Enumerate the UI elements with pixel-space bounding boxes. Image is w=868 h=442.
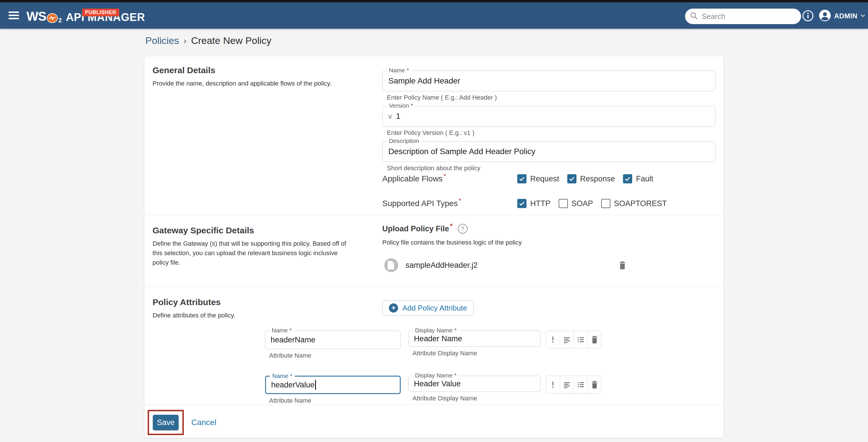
checkbox-response[interactable]: Response [567,174,615,183]
section-divider [145,405,723,405]
required-asterisk: * [443,172,446,180]
applicable-flows-row: Applicable Flows* Request Response Fault [382,172,715,185]
checkbox-soaptorest[interactable]: SOAPTOREST [601,199,667,208]
window-top-strip [0,0,868,2]
supported-api-types-label: Supported API Types* [382,199,461,208]
attribute-display-name-label: Display Name * [413,372,459,379]
logo-subscript: 2 [58,16,62,24]
wso2-pulse-icon [47,13,58,23]
checkbox-soap[interactable]: SOAP [559,199,593,208]
user-menu[interactable]: ADMIN [818,9,866,23]
attribute-name-field-focused[interactable]: Name * headerValue [265,376,401,394]
gateway-details-section-header: Gateway Specific Details Define the Gate… [153,226,348,267]
policy-name-field[interactable]: Name * Sample Add Header [382,71,715,91]
save-button[interactable]: Save [153,415,179,430]
policy-name-helper: Enter Policy Name ( E.g.: Add Header ) [387,94,715,101]
required-asterisk: * [450,223,453,230]
policy-version-helper: Enter Policy Version ( E.g.: v1 ) [387,129,715,137]
section-title-gateway: Gateway Specific Details [153,226,348,235]
uploaded-file-name: sampleAddHeader.j2 [406,261,478,270]
search-bar[interactable] [685,9,801,24]
policy-name-label: Name * [386,67,411,74]
plus-icon: + [389,303,398,312]
checkbox-icon [567,174,577,183]
policy-attributes-section-header: Policy Attributes Define attributes of t… [153,297,348,320]
cancel-button[interactable]: Cancel [191,418,216,427]
form-actions: Save Cancel [148,410,216,435]
policy-name-value[interactable]: Sample Add Header [382,71,715,91]
page-title: Create New Policy [191,35,272,46]
upload-policy-file-block: Upload Policy File* ? Policy file contai… [382,224,715,272]
add-policy-attribute-button[interactable]: + Add Policy Attribute [382,300,474,316]
checkbox-icon [559,199,568,208]
policy-version-field[interactable]: Version * v 1 [382,106,715,127]
upload-title: Upload Policy File* [382,225,453,233]
required-asterisk: * [459,197,461,205]
attribute-row: Name * headerValue Attribute Name Displa… [265,371,604,416]
required-toggle-button[interactable] [546,331,560,348]
section-desc-general: Provide the name, description and applic… [153,79,348,88]
search-icon [690,11,698,21]
general-details-section-header: General Details Provide the name, descri… [153,65,348,88]
attribute-name-label: Name * [270,327,294,334]
checkbox-icon [601,199,610,208]
attribute-toolbar [546,331,601,348]
list-values-button[interactable] [574,331,587,348]
description-button[interactable] [560,376,574,393]
checkbox-icon [623,174,632,183]
attribute-display-name-field[interactable]: Display Name * Header Name [408,331,540,347]
text-cursor [315,380,316,390]
applicable-flows-label: Applicable Flows* [382,174,446,183]
policy-description-label: Description [386,137,421,144]
help-icon[interactable]: ? [458,224,468,234]
policy-description-helper: Short description about the policy [387,165,715,172]
policy-description-value[interactable]: Description of Sample Add Header Policy [382,141,715,162]
description-button[interactable] [560,331,574,348]
policy-version-label: Version * [386,102,415,109]
section-divider [145,286,723,286]
section-desc-attributes: Define attributes of the policy. [153,311,348,320]
app-header: WS 2 API MANAGER PUBLISHER ADMIN [0,2,868,29]
publisher-badge: PUBLISHER [82,9,119,16]
attribute-row: Name * headerName Attribute Name Display… [265,326,604,371]
checkbox-http[interactable]: HTTP [517,199,551,208]
policy-description-field[interactable]: Description Description of Sample Add He… [382,141,715,162]
policy-version-value[interactable]: v 1 [382,106,715,126]
search-input[interactable] [702,12,797,21]
uploaded-file-row: sampleAddHeader.j2 [382,258,715,272]
file-icon [384,258,398,272]
menu-icon[interactable] [9,10,20,21]
required-toggle-button[interactable] [546,376,560,393]
create-policy-card: General Details Provide the name, descri… [145,56,723,438]
attribute-display-name-helper: Attribute Display Name [412,349,540,357]
attribute-display-name-field[interactable]: Display Name * Header Value [408,376,540,392]
breadcrumb: Policies › Create New Policy [145,35,272,46]
applicable-flows-options: Request Response Fault [517,174,653,183]
api-type-options: HTTP SOAP SOAPTOREST [517,199,667,208]
attribute-toolbar [546,376,601,394]
attribute-name-field[interactable]: Name * headerName [265,331,401,349]
section-desc-gateway: Define the Gateway (s) that will be supp… [153,239,348,267]
upload-description: Policy file contains the business logic … [382,239,715,246]
delete-file-icon[interactable] [618,261,626,271]
attribute-rows: Name * headerName Attribute Name Display… [265,326,604,416]
checkbox-request[interactable]: Request [517,174,559,183]
attribute-name-label: Name * [270,373,295,379]
breadcrumb-policies-link[interactable]: Policies [145,35,179,46]
avatar-icon [818,9,831,23]
general-fields: Name * Sample Add Header Enter Policy Na… [382,68,715,176]
checkbox-icon [517,174,526,183]
chevron-down-icon [860,12,866,20]
section-title-attributes: Policy Attributes [153,297,348,307]
checkbox-icon [517,199,526,208]
delete-attribute-icon[interactable] [587,331,601,348]
breadcrumb-separator: › [184,36,186,46]
checkbox-fault[interactable]: Fault [623,174,653,183]
list-values-button[interactable] [574,376,587,393]
annotation-highlight-box: Save [148,410,184,435]
delete-attribute-icon[interactable] [587,376,601,393]
version-prefix: v [388,112,392,121]
info-icon[interactable] [802,10,814,23]
attribute-name-helper: Attribute Name [269,352,401,359]
supported-api-types-row: Supported API Types* HTTP SOAP SOAPTORES… [382,197,715,210]
